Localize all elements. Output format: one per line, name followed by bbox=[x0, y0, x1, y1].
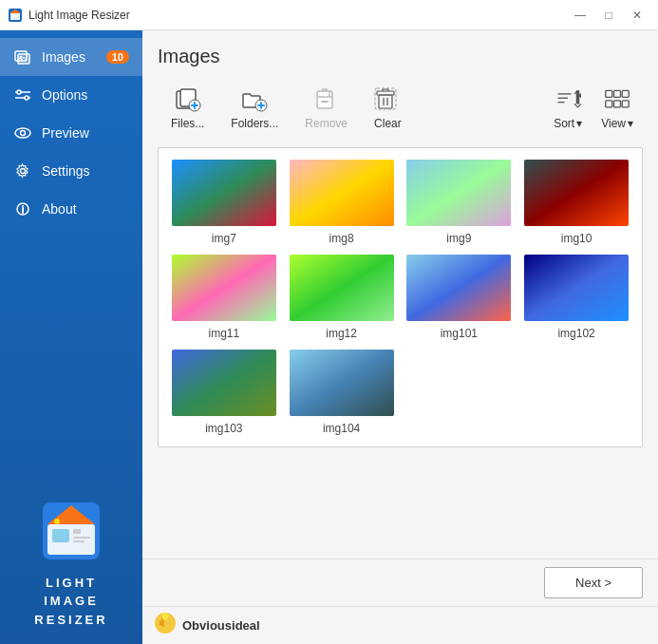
maximize-button[interactable]: □ bbox=[595, 6, 622, 25]
svg-rect-48 bbox=[576, 90, 580, 104]
sidebar-nav: Images 10 Options bbox=[0, 30, 142, 483]
sidebar-item-images[interactable]: Images 10 bbox=[0, 38, 142, 76]
clear-button[interactable]: Clear bbox=[361, 81, 415, 136]
image-item-img9[interactable]: img9 bbox=[405, 160, 514, 245]
image-item-img10[interactable]: img10 bbox=[522, 160, 630, 245]
about-label: About bbox=[42, 201, 77, 217]
image-name-img11: img11 bbox=[209, 327, 240, 340]
image-item-img8[interactable]: img8 bbox=[288, 160, 396, 245]
svg-point-14 bbox=[21, 169, 26, 174]
image-grid: img7 img8 img9 img10 bbox=[170, 160, 630, 435]
thumbnail-img11 bbox=[172, 255, 276, 321]
thumbnail-img102 bbox=[524, 255, 629, 321]
view-icon bbox=[604, 86, 630, 113]
image-name-img102: img102 bbox=[557, 327, 594, 340]
image-item-img103[interactable]: img103 bbox=[170, 350, 278, 435]
svg-point-6 bbox=[17, 90, 21, 94]
svg-point-9 bbox=[25, 96, 28, 100]
title-bar: Light Image Resizer — □ ✕ bbox=[0, 0, 658, 30]
svg-point-13 bbox=[21, 131, 26, 136]
svg-point-17 bbox=[22, 205, 24, 207]
image-item-img104[interactable]: img104 bbox=[288, 350, 396, 435]
toolbar-right: Sort ▾ bbox=[544, 81, 643, 136]
thumbnail-img101 bbox=[406, 255, 511, 321]
svg-rect-62 bbox=[524, 255, 629, 321]
sidebar-bottom: LIGHT IMAGE RESIZER bbox=[0, 483, 142, 645]
image-item-img11[interactable]: img11 bbox=[170, 255, 278, 340]
sidebar-item-preview[interactable]: Preview bbox=[0, 114, 142, 152]
remove-button[interactable]: Remove bbox=[291, 81, 361, 136]
svg-rect-22 bbox=[73, 529, 81, 534]
sidebar-item-about[interactable]: About bbox=[0, 190, 142, 228]
view-button[interactable]: View ▾ bbox=[592, 81, 643, 136]
image-name-img101: img101 bbox=[441, 327, 478, 340]
page-title: Images bbox=[158, 46, 643, 67]
image-name-img103: img103 bbox=[205, 422, 242, 435]
footer-logo: Obviousideal bbox=[154, 612, 260, 639]
svg-rect-58 bbox=[524, 160, 629, 226]
clear-icon bbox=[374, 86, 401, 113]
svg-rect-24 bbox=[73, 540, 85, 542]
content-footer: Next > bbox=[142, 559, 658, 606]
svg-rect-53 bbox=[614, 101, 621, 107]
footer-logo-icon bbox=[154, 612, 177, 639]
sort-button[interactable]: Sort ▾ bbox=[544, 81, 592, 136]
add-files-icon bbox=[175, 86, 201, 113]
image-name-img7: img7 bbox=[212, 232, 236, 245]
thumbnail-img104 bbox=[290, 350, 394, 416]
main-layout: Images 10 Options bbox=[0, 30, 658, 644]
svg-point-25 bbox=[54, 519, 60, 524]
image-name-img12: img12 bbox=[326, 327, 357, 340]
settings-icon bbox=[13, 161, 32, 180]
thumbnail-img8 bbox=[290, 160, 394, 226]
window-title: Light Image Resizer bbox=[28, 9, 567, 22]
minimize-button[interactable]: — bbox=[567, 6, 593, 25]
options-label: Options bbox=[42, 87, 87, 103]
thumbnail-img103 bbox=[172, 350, 276, 416]
thumbnail-img7 bbox=[172, 160, 276, 226]
svg-rect-39 bbox=[379, 95, 392, 108]
sidebar-item-settings[interactable]: Settings bbox=[0, 152, 142, 190]
files-button[interactable]: Files... bbox=[158, 81, 217, 136]
image-item-img7[interactable]: img7 bbox=[170, 160, 278, 245]
preview-icon bbox=[13, 123, 32, 142]
image-name-img104: img104 bbox=[323, 422, 360, 435]
image-item-img102[interactable]: img102 bbox=[522, 255, 630, 340]
svg-rect-51 bbox=[622, 90, 629, 97]
svg-rect-57 bbox=[406, 160, 511, 226]
footer-bar: Obviousideal bbox=[142, 606, 658, 644]
svg-rect-56 bbox=[290, 160, 394, 226]
app-icon bbox=[8, 8, 23, 23]
app-logo bbox=[38, 498, 104, 564]
images-badge: 10 bbox=[106, 50, 129, 64]
preview-label: Preview bbox=[42, 125, 89, 141]
about-icon bbox=[13, 199, 32, 218]
content-inner: Images Files... bbox=[142, 30, 658, 559]
svg-rect-21 bbox=[52, 529, 69, 542]
add-folders-icon bbox=[241, 86, 268, 113]
svg-rect-59 bbox=[172, 255, 276, 321]
svg-rect-52 bbox=[606, 101, 612, 107]
folders-button[interactable]: Folders... bbox=[217, 81, 291, 136]
svg-rect-63 bbox=[172, 350, 276, 416]
image-name-img8: img8 bbox=[329, 232, 354, 245]
svg-rect-1 bbox=[10, 13, 20, 20]
content-area: Images Files... bbox=[142, 30, 658, 606]
next-button[interactable]: Next > bbox=[544, 567, 643, 598]
image-name-img10: img10 bbox=[561, 232, 592, 245]
svg-point-67 bbox=[162, 613, 168, 620]
close-button[interactable]: ✕ bbox=[624, 6, 650, 25]
images-label: Images bbox=[42, 49, 85, 65]
image-item-img12[interactable]: img12 bbox=[288, 255, 396, 340]
image-grid-container: img7 img8 img9 img10 bbox=[158, 147, 643, 447]
thumbnail-img10 bbox=[524, 160, 629, 226]
sidebar-item-options[interactable]: Options bbox=[0, 76, 142, 114]
sidebar: Images 10 Options bbox=[0, 30, 142, 644]
toolbar: Files... Folders... bbox=[158, 81, 643, 136]
image-item-img101[interactable]: img101 bbox=[405, 255, 514, 340]
settings-label: Settings bbox=[42, 163, 90, 179]
thumbnail-img12 bbox=[290, 255, 394, 321]
svg-rect-36 bbox=[321, 101, 329, 103]
thumbnail-img9 bbox=[406, 160, 511, 226]
svg-point-12 bbox=[15, 128, 30, 138]
